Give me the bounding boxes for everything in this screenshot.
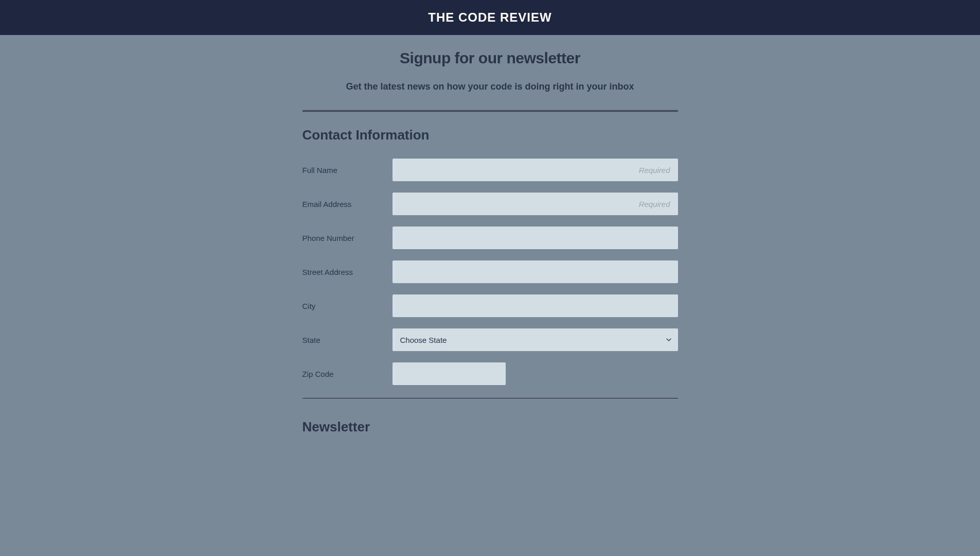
state-select[interactable]: Choose State (393, 328, 678, 351)
section-divider-top (302, 110, 678, 112)
zip-row: Zip Code (302, 362, 678, 385)
state-row: State Choose State (302, 328, 678, 351)
email-row: Email Address (302, 193, 678, 215)
phone-label: Phone Number (302, 234, 393, 242)
contact-section-title: Contact Information (302, 127, 678, 143)
full-name-label: Full Name (302, 166, 393, 175)
city-input[interactable] (393, 294, 678, 317)
phone-row: Phone Number (302, 227, 678, 249)
city-label: City (302, 302, 393, 310)
street-label: Street Address (302, 268, 393, 276)
zip-input[interactable] (393, 362, 506, 385)
contact-section: Contact Information Full Name Email Addr… (302, 127, 678, 385)
street-row: Street Address (302, 260, 678, 283)
full-name-input[interactable] (393, 159, 678, 181)
phone-input[interactable] (393, 227, 678, 249)
page-title: Signup for our newsletter (220, 49, 760, 67)
section-divider-bottom (302, 398, 678, 398)
state-label: State (302, 336, 393, 344)
page-subtitle: Get the latest news on how your code is … (220, 81, 760, 92)
email-label: Email Address (302, 200, 393, 208)
header: THE CODE REVIEW (0, 0, 980, 35)
email-input[interactable] (393, 193, 678, 215)
site-title: THE CODE REVIEW (0, 10, 980, 25)
street-input[interactable] (393, 260, 678, 283)
newsletter-section: Newsletter (302, 419, 678, 435)
city-row: City (302, 294, 678, 317)
zip-label: Zip Code (302, 370, 393, 378)
full-name-row: Full Name (302, 159, 678, 181)
newsletter-section-title: Newsletter (302, 419, 678, 435)
